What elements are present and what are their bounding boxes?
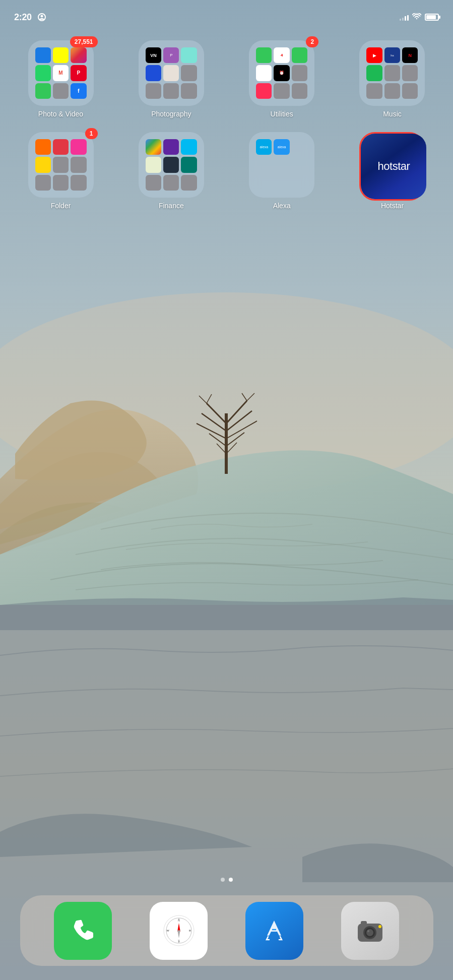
app-item-music[interactable]: ▶ hs N Music — [346, 40, 439, 118]
mini-app: M — [53, 65, 69, 81]
app-label-folder: Folder — [51, 202, 71, 210]
mini-app — [366, 65, 382, 81]
app-icon-wrap-music: ▶ hs N — [359, 40, 425, 106]
user-icon — [38, 13, 46, 21]
mini-app — [53, 83, 69, 99]
mini-app — [71, 139, 86, 155]
folder-icon-finance — [139, 132, 204, 198]
app-icon-wrap-finance — [139, 132, 204, 198]
app-label-alexa: Alexa — [273, 202, 291, 210]
camera-icon — [354, 914, 386, 947]
badge-utilities: 2 — [306, 36, 318, 47]
app-label-utilities: Utilities — [271, 110, 293, 118]
wifi-icon — [412, 13, 421, 22]
app-icon-wrap-photography: VN P — [139, 40, 204, 106]
folder-icon-alexa: alexa alexa — [249, 132, 314, 198]
mini-app: f — [71, 83, 86, 99]
badge-photo-video: 27,551 — [70, 36, 98, 47]
mini-app — [71, 47, 86, 63]
app-icon-wrap-photo-video: M P f 27,551 — [28, 40, 94, 106]
svg-text:N: N — [177, 919, 179, 922]
svg-rect-37 — [361, 921, 367, 925]
mini-app — [256, 47, 272, 63]
mini-app — [146, 139, 161, 155]
folder-icon-photo-video: M P f — [28, 40, 94, 106]
mini-app — [292, 47, 307, 63]
mini-app: alexa — [256, 139, 272, 155]
app-row-1: M P f 27,551 Photo & Video VN P — [14, 40, 439, 118]
dock-app-appstore[interactable] — [245, 902, 303, 960]
mini-app — [181, 47, 197, 63]
mini-app — [181, 139, 197, 155]
mini-app — [256, 65, 272, 81]
mini-app — [163, 157, 179, 172]
battery-icon — [425, 14, 439, 21]
mini-app — [384, 65, 400, 81]
app-item-hotstar[interactable]: hotstar Hotstar — [346, 132, 439, 210]
svg-point-18 — [40, 15, 43, 18]
app-label-photography: Photography — [151, 110, 191, 118]
mini-app: N — [402, 47, 418, 63]
mini-app — [402, 83, 418, 99]
page-dots — [221, 878, 233, 882]
dock-app-camera[interactable] — [341, 902, 399, 960]
mini-app — [146, 157, 161, 172]
mini-app: VN — [146, 47, 161, 63]
status-bar: 2:20 — [0, 0, 453, 27]
folder-icon-music: ▶ hs N — [359, 40, 425, 106]
mini-app — [35, 139, 51, 155]
mini-app: ⏰ — [274, 65, 289, 81]
mini-app — [71, 175, 86, 191]
mini-app — [35, 83, 51, 99]
mini-app — [146, 65, 161, 81]
mini-app — [402, 65, 418, 81]
app-item-utilities[interactable]: 4 ⏰ 2 Utilities — [235, 40, 329, 118]
mini-app — [181, 175, 197, 191]
signal-bars-icon — [400, 14, 409, 21]
mini-app — [163, 139, 179, 155]
mini-app — [35, 65, 51, 81]
dock-app-safari[interactable]: N S E W — [150, 902, 208, 960]
svg-text:E: E — [188, 929, 190, 932]
mini-app: ▶ — [366, 47, 382, 63]
mini-app: P — [71, 65, 86, 81]
app-item-alexa[interactable]: alexa alexa Alexa — [235, 132, 329, 210]
app-icon-wrap-folder: 1 — [28, 132, 94, 198]
folder-icon-utilities: 4 ⏰ — [249, 40, 314, 106]
hotstar-highlight-border: hotstar — [359, 132, 425, 201]
app-item-finance[interactable]: Finance — [124, 132, 218, 210]
app-icon-wrap-hotstar: hotstar — [359, 132, 425, 198]
app-icon-wrap-utilities: 4 ⏰ 2 — [249, 40, 314, 106]
mini-app — [181, 83, 197, 99]
svg-point-38 — [378, 925, 381, 928]
app-item-photo-video[interactable]: M P f 27,551 Photo & Video — [14, 40, 107, 118]
mini-app — [35, 157, 51, 172]
phone-icon — [68, 915, 98, 946]
safari-icon: N S E W — [159, 910, 199, 951]
app-label-photo-video: Photo & Video — [38, 110, 83, 118]
app-label-hotstar: Hotstar — [381, 202, 404, 210]
page-dot-1[interactable] — [221, 878, 225, 882]
hotstar-app-icon: hotstar — [361, 134, 426, 199]
mini-app — [256, 83, 272, 99]
mini-app — [53, 157, 69, 172]
svg-text:W: W — [166, 929, 169, 932]
mini-app — [366, 83, 382, 99]
app-item-folder[interactable]: 1 Folder — [14, 132, 107, 210]
mini-app — [181, 157, 197, 172]
mini-app: alexa — [274, 139, 289, 155]
mini-app — [35, 175, 51, 191]
dock-app-phone[interactable] — [54, 902, 112, 960]
app-grid: M P f 27,551 Photo & Video VN P — [0, 35, 453, 229]
mini-app — [146, 83, 161, 99]
page-dot-2[interactable] — [229, 878, 233, 882]
mini-app — [163, 65, 179, 81]
svg-text:S: S — [177, 939, 179, 942]
app-icon-wrap-alexa: alexa alexa — [249, 132, 314, 198]
mini-app — [163, 83, 179, 99]
dock: N S E W — [20, 895, 433, 966]
app-item-photography[interactable]: VN P Photography — [124, 40, 218, 118]
app-row-2: 1 Folder — [14, 132, 439, 210]
mini-app — [53, 175, 69, 191]
mini-app — [53, 139, 69, 155]
